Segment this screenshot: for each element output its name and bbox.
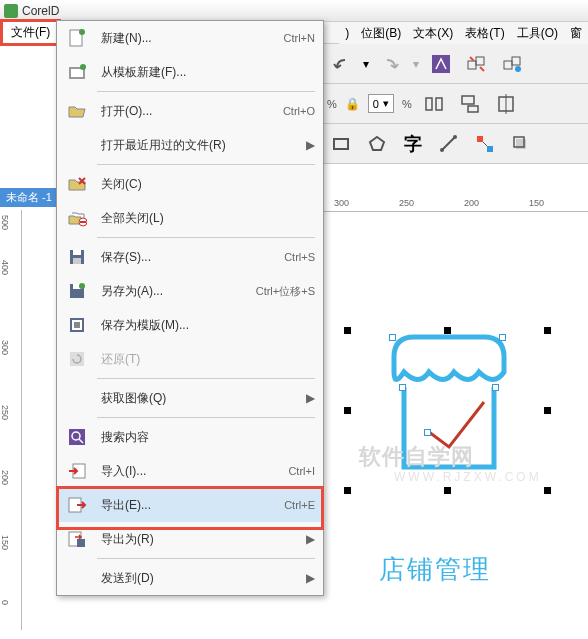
node-handle[interactable]: [499, 334, 506, 341]
menu-item-new[interactable]: 新建(N)...Ctrl+N: [57, 21, 323, 55]
selection-handle[interactable]: [544, 487, 551, 494]
menu-file[interactable]: 文件(F): [0, 19, 61, 46]
ruler-horizontal: 300 250 200 150: [324, 196, 588, 212]
menu-item-search[interactable]: 搜索内容: [57, 420, 323, 454]
svg-point-23: [79, 29, 85, 35]
selection-handle[interactable]: [344, 327, 351, 334]
menu-item-close[interactable]: 关闭(C): [57, 167, 323, 201]
svg-rect-7: [436, 98, 442, 110]
svg-rect-32: [73, 250, 81, 255]
dimension-tool-icon[interactable]: [435, 130, 463, 158]
svg-line-14: [442, 137, 455, 150]
menu-item-import[interactable]: 导入(I)...Ctrl+I: [57, 454, 323, 488]
menu-item-template[interactable]: 从模板新建(F)...: [57, 55, 323, 89]
menu-item-exportas[interactable]: 导出为(R)▶: [57, 522, 323, 556]
align-tool-1-icon[interactable]: [420, 90, 448, 118]
undo-dropdown-icon[interactable]: ▾: [363, 57, 369, 71]
export-icon: [57, 495, 97, 515]
purple-tool-icon[interactable]: [427, 50, 455, 78]
menu-item-open[interactable]: 打开(O)...Ctrl+O: [57, 94, 323, 128]
redo-button[interactable]: [377, 50, 405, 78]
percent-label-2: %: [402, 98, 412, 110]
app-title: CorelD: [22, 4, 59, 18]
app-logo-icon: [4, 4, 18, 18]
svg-point-15: [440, 148, 444, 152]
align-tool-3-icon[interactable]: [492, 90, 520, 118]
selection-handle[interactable]: [444, 327, 451, 334]
svg-rect-9: [468, 106, 478, 112]
menu-shortcut: Ctrl+I: [288, 465, 315, 477]
menu-tools[interactable]: 工具(O): [511, 23, 564, 44]
menu-item-label: 导出为(R): [97, 531, 300, 548]
file-dropdown-menu: 新建(N)...Ctrl+N从模板新建(F)...打开(O)...Ctrl+O打…: [56, 20, 324, 596]
svg-point-26: [80, 64, 86, 70]
text-tool-icon[interactable]: 字: [399, 130, 427, 158]
swap-blue-icon[interactable]: [499, 50, 527, 78]
menu-shortcut: Ctrl+位移+S: [256, 284, 315, 299]
selection-handle[interactable]: [444, 487, 451, 494]
shadow-tool-icon[interactable]: [507, 130, 535, 158]
svg-point-5: [515, 66, 521, 72]
swap-red-icon[interactable]: [463, 50, 491, 78]
menu-item-4[interactable]: 打开最近用过的文件(R)▶: [57, 128, 323, 162]
svg-point-16: [453, 135, 457, 139]
connector-tool-icon[interactable]: [471, 130, 499, 158]
menu-fragment[interactable]: ): [339, 24, 355, 42]
exportas-icon: [57, 529, 97, 549]
document-tab[interactable]: 未命名 -1: [0, 188, 58, 207]
menu-table[interactable]: 表格(T): [459, 23, 510, 44]
menu-item-label: 另存为(A)...: [97, 283, 256, 300]
shop-graphic-icon[interactable]: [374, 332, 524, 482]
menu-item-closeall[interactable]: 全部关闭(L): [57, 201, 323, 235]
menu-item-label: 保存(S)...: [97, 249, 284, 266]
submenu-arrow-icon: ▶: [306, 571, 315, 585]
menu-text[interactable]: 文本(X): [407, 23, 459, 44]
submenu-arrow-icon: ▶: [306, 532, 315, 546]
menu-item-label: 发送到(D): [97, 570, 300, 587]
menu-shortcut: Ctrl+S: [284, 251, 315, 263]
menu-item-label: 保存为模版(M)...: [97, 317, 315, 334]
selection-handle[interactable]: [344, 407, 351, 414]
svg-rect-39: [74, 322, 80, 328]
align-tool-2-icon[interactable]: [456, 90, 484, 118]
redo-dropdown-icon: ▾: [413, 57, 419, 71]
rect-tool-icon[interactable]: [327, 130, 355, 158]
node-handle[interactable]: [492, 384, 499, 391]
canvas-caption[interactable]: 店铺管理: [379, 552, 491, 587]
svg-rect-4: [512, 57, 520, 65]
menu-file-label: 文件(F): [11, 24, 50, 41]
chevron-down-icon: ▾: [383, 97, 389, 110]
selection-handle[interactable]: [344, 487, 351, 494]
selection-handle[interactable]: [544, 407, 551, 414]
menu-item-label: 打开(O)...: [97, 103, 283, 120]
menu-item-label: 搜索内容: [97, 429, 315, 446]
menu-item-14[interactable]: 获取图像(Q)▶: [57, 381, 323, 415]
new-icon: [57, 28, 97, 48]
menu-item-21[interactable]: 发送到(D)▶: [57, 561, 323, 595]
close-icon: [57, 174, 97, 194]
menu-bitmap[interactable]: 位图(B): [355, 23, 407, 44]
menu-item-export[interactable]: 导出(E)...Ctrl+E: [57, 488, 323, 522]
selection-handle[interactable]: [544, 327, 551, 334]
node-handle[interactable]: [424, 429, 431, 436]
zoom-dropdown[interactable]: 0▾: [368, 94, 394, 113]
menu-window[interactable]: 窗: [564, 23, 588, 44]
svg-rect-17: [477, 136, 483, 142]
menu-item-saveas[interactable]: 另存为(A)...Ctrl+位移+S: [57, 274, 323, 308]
menu-item-label: 从模板新建(F)...: [97, 64, 315, 81]
svg-rect-18: [487, 146, 493, 152]
menu-item-save[interactable]: 保存(S)...Ctrl+S: [57, 240, 323, 274]
svg-rect-40: [70, 352, 84, 366]
canvas[interactable]: 软件自学网 WWW.RJZXW.COM 店铺管理: [324, 212, 588, 632]
node-handle[interactable]: [389, 334, 396, 341]
open-icon: [57, 101, 97, 121]
svg-rect-25: [71, 69, 83, 77]
menubar-right: ) 位图(B) 文本(X) 表格(T) 工具(O) 窗: [339, 22, 588, 44]
menu-item-savetpl[interactable]: 保存为模版(M)...: [57, 308, 323, 342]
menu-item-revert[interactable]: 还原(T): [57, 342, 323, 376]
undo-button[interactable]: [327, 50, 355, 78]
lock-icon[interactable]: 🔒: [345, 97, 360, 111]
polygon-tool-icon[interactable]: [363, 130, 391, 158]
node-handle[interactable]: [399, 384, 406, 391]
svg-line-19: [483, 142, 487, 146]
